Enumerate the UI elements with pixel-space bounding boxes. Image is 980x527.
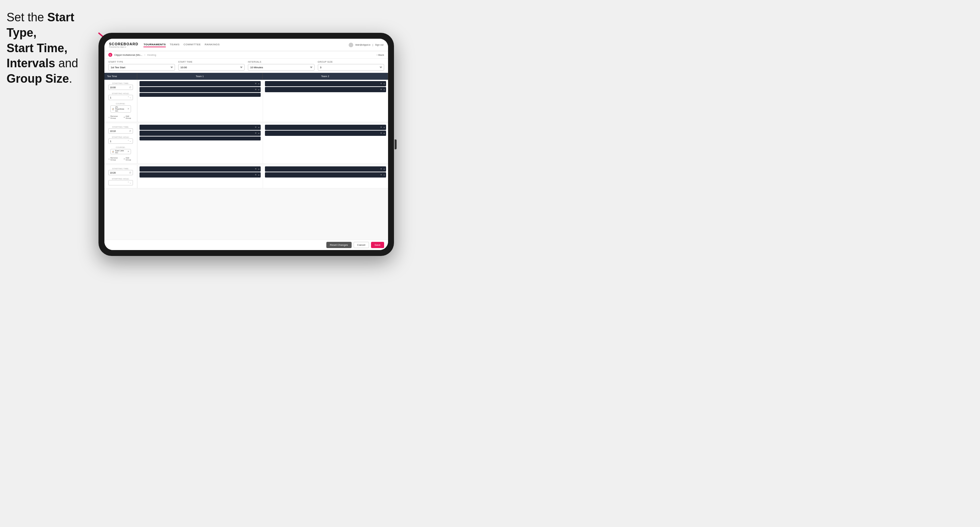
intervals-group: Intervals 10 Minutes bbox=[248, 61, 315, 71]
tablet-screen: SCOREBOARD Powered by clipp.io TOURNAMEN… bbox=[104, 39, 388, 250]
player-handle-icon: ≡ bbox=[258, 132, 259, 135]
footer: Reset Changes Cancel Save bbox=[104, 240, 388, 250]
course-flag-icon-2: 🏌 bbox=[112, 151, 114, 153]
nav-tournaments[interactable]: TOURNAMENTS bbox=[143, 42, 166, 47]
starting-time-input-2[interactable]: 10:10 ⏱ bbox=[108, 128, 133, 133]
course-section-2: COURSE: 🏌 East Lake GC ✕ bbox=[107, 145, 135, 156]
reset-button[interactable]: Reset Changes bbox=[326, 242, 352, 248]
player-handle-icon: ≡ bbox=[258, 168, 259, 170]
starting-time-val-2: 10:10 bbox=[110, 130, 116, 132]
tee-row-2: STARTING TIME: 10:10 ⏱ STARTING HOLE: 1 … bbox=[104, 123, 388, 164]
player-row-3-2: ✕ ≡ bbox=[140, 130, 261, 136]
player-handle-icon: ≡ bbox=[258, 89, 259, 91]
player-row-5-2: ✕ ≡ bbox=[140, 172, 261, 178]
course-remove-1[interactable]: ✕ bbox=[127, 108, 129, 110]
remove-group-1[interactable]: ○ Remove Group bbox=[108, 115, 121, 119]
player-row-5-1: ✕ ≡ bbox=[140, 167, 261, 171]
team2-cell-2: ✕ ≡ ✕ ≡ bbox=[262, 123, 388, 163]
player-handle-icon: ≡ bbox=[258, 83, 259, 85]
player-handle-icon: ≡ bbox=[383, 168, 385, 170]
th-team1: Team 1 bbox=[137, 73, 262, 80]
th-team2: Team 2 bbox=[262, 73, 388, 80]
starting-hole-label-2: STARTING HOLE: bbox=[108, 136, 133, 138]
player-handle-icon: ≡ bbox=[383, 89, 385, 91]
starting-hole-section-2: STARTING HOLE: 1 ⌃⌄ bbox=[107, 135, 135, 145]
player-row-4-2: ✕ ≡ bbox=[265, 130, 386, 136]
team2-cell-3: ✕ ≡ ✕ ≡ bbox=[262, 165, 388, 188]
add-icon-1: + bbox=[123, 116, 125, 119]
sign-out-link[interactable]: Sign out bbox=[375, 44, 383, 46]
controls-row: Start Type 1st Tee Start Start Time 10:0… bbox=[104, 59, 388, 73]
breadcrumb-separator: › bbox=[145, 54, 145, 56]
add-group-2[interactable]: + Add Group bbox=[123, 157, 133, 161]
group-size-group: Group Size 3 bbox=[318, 61, 385, 71]
user-email: blair@clippd.io bbox=[355, 44, 370, 46]
logo-text: SCOREBOARD bbox=[109, 42, 138, 46]
start-type-label: Start Type bbox=[108, 61, 175, 63]
player-row-1-3 bbox=[140, 93, 261, 97]
player-close-icon[interactable]: ✕ bbox=[380, 126, 382, 129]
starting-time-label-3: STARTING TIME: bbox=[108, 168, 133, 170]
player-close-icon[interactable]: ✕ bbox=[255, 83, 257, 85]
player-handle-icon: ≡ bbox=[383, 83, 385, 85]
player-close-icon[interactable]: ✕ bbox=[255, 132, 257, 135]
player-close-icon[interactable]: ✕ bbox=[380, 132, 382, 135]
starting-time-section-2: STARTING TIME: 10:10 ⏱ bbox=[107, 125, 135, 135]
player-handle-icon: ≡ bbox=[383, 126, 385, 129]
course-name-1: (A) Peachtree GC bbox=[115, 106, 126, 112]
player-handle-icon: ≡ bbox=[383, 132, 385, 135]
starting-hole-input-2[interactable]: 1 ⌃⌄ bbox=[108, 138, 133, 144]
add-icon-2: + bbox=[123, 158, 125, 160]
back-button[interactable]: ‹ Back bbox=[377, 54, 384, 56]
tee-row-3: STARTING TIME: 10:20 ⏱ STARTING HOLE: ⌃⌄ bbox=[104, 165, 388, 188]
remove-group-2[interactable]: ○ Remove Group bbox=[108, 157, 121, 161]
course-remove-2[interactable]: ✕ bbox=[127, 150, 129, 153]
course-name-2: East Lake GC bbox=[115, 150, 126, 154]
intervals-label: Intervals bbox=[248, 61, 315, 63]
team1-cell-3: ✕ ≡ ✕ ≡ bbox=[137, 165, 262, 188]
nav-links: TOURNAMENTS TEAMS COMMITTEE RANKINGS bbox=[143, 42, 348, 47]
tee-info-3: STARTING TIME: 10:20 ⏱ STARTING HOLE: ⌃⌄ bbox=[104, 165, 137, 188]
player-close-icon[interactable]: ✕ bbox=[255, 88, 257, 91]
starting-hole-label-3: STARTING HOLE: bbox=[108, 178, 133, 180]
save-button[interactable]: Save bbox=[371, 242, 384, 248]
player-close-icon[interactable]: ✕ bbox=[380, 88, 382, 91]
tee-row-1: STARTING TIME: 10:00 ⏱ STARTING HOLE: 1 … bbox=[104, 80, 388, 122]
instruction-text: Set the Start Type, Start Time, Interval… bbox=[6, 10, 102, 87]
nav-teams[interactable]: TEAMS bbox=[170, 42, 180, 47]
starting-hole-val-1: 1 bbox=[110, 97, 111, 99]
course-section-1: COURSE: 🏌 (A) Peachtree GC ✕ bbox=[107, 102, 135, 114]
starting-time-input-3[interactable]: 10:20 ⏱ bbox=[108, 170, 133, 175]
player-row-2-2: ✕ ≡ bbox=[265, 87, 386, 92]
starting-hole-section-1: STARTING HOLE: 1 ⌃⌄ bbox=[107, 91, 135, 102]
group-size-label: Group Size bbox=[318, 61, 385, 63]
starting-time-input-1[interactable]: 10:00 ⏱ bbox=[108, 85, 133, 90]
intervals-select[interactable]: 10 Minutes bbox=[248, 64, 315, 71]
starting-hole-input-3[interactable]: ⌃⌄ bbox=[108, 180, 133, 186]
start-time-select[interactable]: 10:00 bbox=[178, 64, 245, 71]
player-close-icon[interactable]: ✕ bbox=[380, 83, 382, 85]
time-icon-2: ⏱ bbox=[129, 130, 131, 132]
starting-hole-section-3: STARTING HOLE: ⌃⌄ bbox=[107, 176, 135, 187]
nav-rankings[interactable]: RANKINGS bbox=[205, 42, 220, 47]
player-close-icon[interactable]: ✕ bbox=[380, 168, 382, 170]
player-close-icon[interactable]: ✕ bbox=[380, 174, 382, 176]
breadcrumb-tournament[interactable]: Clippd Invitational (Mo... bbox=[114, 54, 143, 56]
course-tag-1: 🏌 (A) Peachtree GC ✕ bbox=[110, 105, 131, 113]
nav-committee[interactable]: COMMITTEE bbox=[183, 42, 201, 47]
th-tee-time: Tee Time bbox=[104, 73, 137, 80]
player-handle-icon: ≡ bbox=[383, 174, 385, 176]
add-group-1[interactable]: + Add Group bbox=[123, 115, 133, 119]
cancel-button[interactable]: Cancel bbox=[353, 242, 369, 248]
player-close-icon[interactable]: ✕ bbox=[255, 168, 257, 170]
player-row-2-1: ✕ ≡ bbox=[265, 81, 386, 86]
start-type-select[interactable]: 1st Tee Start bbox=[108, 64, 175, 71]
breadcrumb-logo: C bbox=[108, 53, 112, 57]
team1-cell-1: ✕ ≡ ✕ ≡ bbox=[137, 80, 262, 122]
remove-icon-2: ○ bbox=[108, 158, 110, 160]
starting-hole-input-1[interactable]: 1 ⌃⌄ bbox=[108, 95, 133, 100]
player-row-3-1: ✕ ≡ bbox=[140, 125, 261, 130]
player-close-icon[interactable]: ✕ bbox=[255, 126, 257, 129]
group-size-select[interactable]: 3 bbox=[318, 64, 385, 71]
player-close-icon[interactable]: ✕ bbox=[255, 174, 257, 176]
